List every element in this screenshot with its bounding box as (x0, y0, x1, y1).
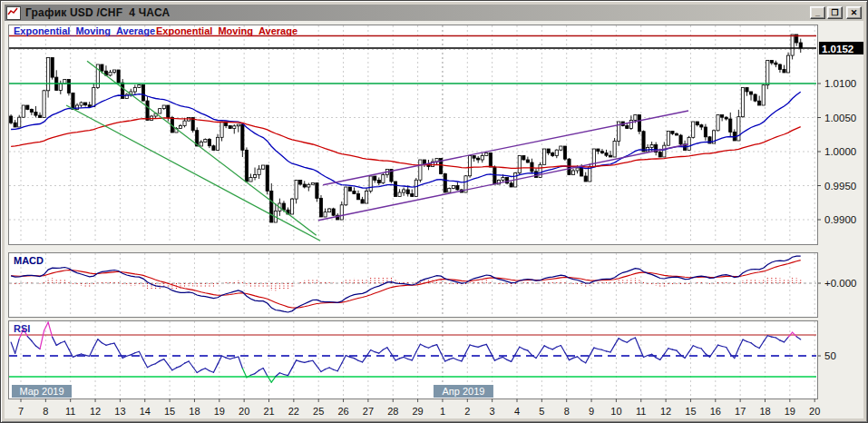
rsi-label: RSI (14, 323, 30, 334)
date-label: 20 (239, 406, 249, 417)
macd-panel[interactable]: MACD (8, 252, 817, 317)
macd-zero-label: +0.000 (824, 278, 857, 289)
price-tick-label: 0.9950 (824, 181, 856, 192)
date-label: 10 (610, 406, 621, 417)
date-label: 4 (514, 406, 520, 417)
rsi-middle-label: 50 (824, 350, 836, 361)
date-label: 19 (214, 406, 225, 417)
date-label: 26 (337, 406, 348, 417)
price-tick-label: 1.0050 (824, 113, 856, 123)
date-label: 9 (589, 406, 594, 417)
date-label: 20 (809, 406, 820, 417)
date-label: 2 (464, 406, 470, 417)
date-label: 13 (114, 406, 125, 417)
date-label: 15 (164, 406, 175, 417)
close-button[interactable]: ✕ (846, 6, 862, 19)
date-label: 3 (490, 406, 495, 417)
date-label: 8 (43, 406, 48, 417)
title-bar[interactable]: График USD /CHF 4 ЧАСА _ ❐ ✕ (5, 5, 863, 21)
chart-window: График USD /CHF 4 ЧАСА _ ❐ ✕ Exponential… (0, 0, 868, 423)
date-label: 12 (660, 406, 671, 417)
price-tick-label: 0.9900 (824, 214, 856, 225)
maximize-button[interactable]: ❐ (827, 6, 843, 19)
date-label: 14 (140, 406, 151, 417)
ema-indicator-label: Exponential_Moving_Average (156, 25, 297, 36)
ema-indicator-label: Exponential_Moving_Average (14, 25, 155, 36)
date-label: 12 (90, 406, 101, 417)
price-tick-label: 1.0100 (824, 78, 856, 89)
date-label: 27 (363, 406, 374, 417)
indicator-name-labels: Exponential_Moving_AverageExponential_Mo… (14, 25, 297, 36)
date-label: 11 (65, 406, 75, 417)
date-label: 19 (785, 406, 795, 417)
date-label: 29 (412, 406, 423, 417)
macd-label: MACD (14, 255, 44, 266)
current-price-label: 1.0152 (822, 44, 853, 54)
date-label: 15 (685, 406, 696, 417)
date-label: 28 (387, 406, 398, 417)
date-label: 16 (710, 406, 721, 417)
date-label: 18 (759, 406, 770, 417)
date-label: 1 (440, 406, 445, 417)
chart-client-area: Exponential_Moving_AverageExponential_Mo… (5, 21, 863, 418)
date-label: 17 (735, 406, 746, 417)
date-label: 8 (564, 406, 570, 417)
chart-canvas[interactable]: Exponential_Moving_AverageExponential_Mo… (5, 21, 865, 420)
date-label: 7 (18, 406, 24, 417)
chart-window-icon (6, 6, 21, 20)
date-label: 11 (636, 406, 646, 417)
date-label: 22 (288, 406, 299, 417)
main-price-panel[interactable] (8, 25, 817, 244)
date-label: 18 (189, 406, 200, 417)
date-label: 25 (313, 406, 324, 417)
month-badge-label: Апр 2019 (442, 386, 484, 397)
month-badge-label: Мар 2019 (19, 386, 63, 397)
date-label: 21 (263, 406, 274, 417)
price-tick-label: 1.0000 (824, 146, 856, 157)
window-controls: _ ❐ ✕ (810, 6, 862, 19)
price-axis[interactable]: 1.01001.00501.00000.99500.99001.0152+0.0… (817, 42, 863, 361)
window-title: График USD /CHF 4 ЧАСА (25, 6, 810, 19)
date-label: 5 (539, 406, 544, 417)
rsi-panel[interactable]: RSI (8, 320, 817, 398)
minimize-button[interactable]: _ (810, 6, 825, 19)
